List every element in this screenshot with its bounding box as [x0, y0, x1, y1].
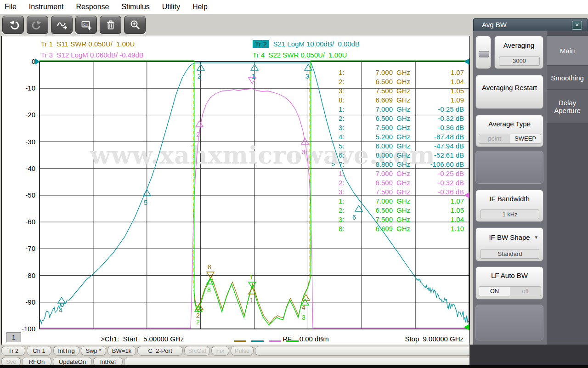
marker-unit: GHz	[396, 151, 410, 160]
marker-n: 4:	[339, 132, 345, 142]
marker-number-label: 4	[59, 306, 62, 315]
marker-freq: 7.000	[347, 68, 393, 77]
average-type-point-option[interactable]: point	[479, 134, 510, 143]
averaging-toggle-button[interactable]	[475, 36, 491, 69]
trace-title-2[interactable]: Tr 2 S21 LogM 10.00dB/ 0.00dB	[253, 40, 360, 49]
marker-val: 1.05	[409, 86, 464, 96]
marker-table-row: 2:6.500GHz-0.32 dB	[330, 114, 468, 123]
tab-smoothing[interactable]: Smoothing	[547, 66, 588, 89]
lf-auto-on-option[interactable]: ON	[479, 287, 510, 296]
trace-id-badge[interactable]: Tr 3	[41, 51, 53, 59]
marker-triangle-2[interactable]	[196, 121, 203, 127]
marker-triangle-1[interactable]	[251, 64, 258, 70]
redo-button[interactable]	[27, 16, 48, 34]
trace2-color-key	[251, 340, 264, 342]
menu-response[interactable]: Response	[76, 3, 109, 11]
add-channel-button[interactable]: Ch	[75, 16, 97, 34]
disabled-slot-1	[475, 151, 543, 184]
y-axis-tick-label: -80	[14, 272, 35, 279]
lf-auto-bw-toggle[interactable]: ON off	[479, 286, 541, 296]
marker-unit: GHz	[396, 197, 410, 206]
menu-stimulus[interactable]: Stimulus	[121, 3, 149, 11]
trace-id-badge[interactable]: Tr 4	[253, 51, 265, 59]
marker-number-label: 5	[144, 198, 147, 207]
marker-n: 3:	[339, 86, 345, 96]
trace-title-3[interactable]: Tr 3 S12 LogM 0.060dB/ -0.49dB	[41, 51, 144, 60]
marker-freq: 6.500	[347, 114, 393, 123]
y-axis-tick-label: -70	[14, 244, 35, 252]
lf-auto-bw-label: LF Auto BW	[476, 272, 543, 279]
average-type-toggle[interactable]: point SWEEP	[479, 134, 541, 144]
tab-label: Smoothing	[549, 74, 586, 82]
marker-val: 1.04	[409, 215, 464, 224]
marker-freq: 7.000	[347, 197, 393, 206]
averaging-restart-button[interactable]: Averaging Restart	[475, 75, 543, 109]
marker-unit: GHz	[396, 215, 410, 224]
add-trace-button[interactable]	[51, 16, 73, 34]
add-trace-icon	[57, 19, 68, 30]
trace-id-badge[interactable]: Tr 2	[253, 40, 269, 48]
if-bandwidth-button[interactable]: IF Bandwidth 1 kHz	[475, 190, 543, 222]
menu-instrument[interactable]: Instrument	[29, 3, 64, 11]
trace-title-4[interactable]: Tr 4 S22 SWR 0.050U/ 1.00U	[253, 51, 347, 60]
channel-tab[interactable]: 1	[6, 332, 21, 342]
zoom-icon	[130, 19, 141, 30]
tab-delay-aperture[interactable]: Delay Aperture	[547, 90, 588, 123]
reference-level-arrow[interactable]	[464, 324, 469, 330]
marker-freq: 7.500	[347, 187, 393, 197]
marker-number-label: 3	[305, 72, 309, 81]
marker-freq: 6.609	[347, 224, 393, 233]
trace-title-1[interactable]: Tr 1 S11 SWR 0.050U/ 1.00U	[41, 40, 135, 49]
measurement-plot-area[interactable]: www.xahxmicrowave.com Tr 1 S11 SWR 0.050…	[1, 36, 470, 345]
softkey-ch-1[interactable]: Ch 1	[27, 346, 51, 356]
softkey-tr-2[interactable]: Tr 2	[1, 346, 25, 356]
marker-triangle-8[interactable]	[207, 272, 214, 278]
softkey-pulse[interactable]: Pulse	[231, 346, 254, 356]
trace-format-label: S12 LogM 0.060dB/ -0.49dB	[53, 51, 144, 59]
if-bw-shape-field[interactable]: Standard	[481, 249, 539, 259]
marker-table-row: 1:7.000GHz-0.25 dB	[330, 105, 468, 114]
if-bw-shape-button[interactable]: IF BW Shape ▾ Standard	[475, 227, 543, 261]
marker-freq: 8.000	[347, 151, 393, 160]
averaging-count-field[interactable]: 3000	[499, 57, 540, 66]
softkey-c-2-port[interactable]: C 2-Port	[137, 346, 183, 356]
marker-unit: GHz	[396, 68, 410, 77]
marker-triangle-2[interactable]	[197, 64, 204, 70]
marker-table-row: 2:6.500GHz1.05	[330, 206, 468, 215]
if-bandwidth-field[interactable]: 1 kHz	[481, 209, 539, 219]
softkey-bw-1k[interactable]: BW=1k	[107, 346, 136, 356]
tab-main[interactable]: Main	[547, 36, 588, 65]
marker-n: 1:	[339, 68, 345, 77]
lf-auto-bw-button[interactable]: LF Auto BW ON off	[475, 266, 543, 300]
marker-unit: GHz	[396, 114, 410, 123]
reference-level-arrow[interactable]	[35, 58, 40, 65]
average-type-label: Average Type	[476, 120, 543, 128]
zoom-button[interactable]	[124, 16, 146, 34]
marker-table-row: 3:7.500GHz-0.36 dB	[330, 187, 468, 197]
marker-val: 1.07	[409, 68, 464, 77]
if-bandwidth-label: IF Bandwidth	[476, 195, 543, 203]
marker-table-row: 1:7.000GHz-0.25 dB	[330, 169, 468, 178]
menu-utility[interactable]: Utility	[162, 3, 180, 11]
lf-auto-off-option[interactable]: off	[510, 287, 541, 296]
undo-button[interactable]	[2, 16, 24, 34]
softkey-srccal[interactable]: SrcCal	[184, 346, 210, 356]
average-type-button[interactable]: Average Type point SWEEP	[475, 115, 543, 147]
marker-val: -0.25 dB	[409, 169, 464, 178]
softkey-inttrig[interactable]: IntTrig	[53, 346, 79, 356]
y-axis-tick-label: 0	[14, 57, 35, 65]
menu-file[interactable]: File	[5, 3, 17, 11]
softkey-fix[interactable]: Fix	[211, 346, 229, 356]
averaging-label: Averaging	[495, 41, 543, 49]
close-icon[interactable]: ✕	[572, 21, 582, 30]
delete-trace-button[interactable]	[100, 16, 121, 34]
average-type-sweep-option[interactable]: SWEEP	[510, 134, 541, 143]
menu-help[interactable]: Help	[192, 3, 208, 11]
marker-table-row: 1:7.000GHz1.07	[330, 68, 468, 77]
trace-id-badge[interactable]: Tr 1	[41, 40, 53, 48]
reference-level-arrow[interactable]	[464, 58, 469, 65]
softkey-swp-[interactable]: Swp *	[81, 346, 106, 356]
footer-dark-area	[469, 345, 588, 368]
disabled-slot-2	[475, 305, 543, 340]
averaging-button[interactable]: Averaging 3000	[494, 36, 543, 69]
